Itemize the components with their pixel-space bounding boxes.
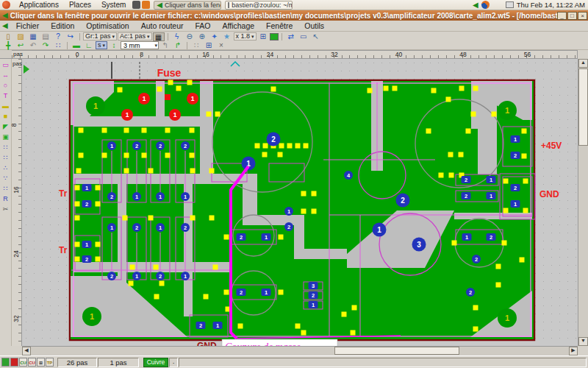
new-file-icon[interactable]: ▯ — [2, 32, 14, 41]
panel-menu-system[interactable]: System — [96, 1, 131, 9]
swap-layers-icon[interactable]: ⇄ — [285, 32, 297, 41]
scroll-left-button[interactable]: ◀ — [22, 347, 31, 355]
new-window-icon[interactable]: ▭ — [298, 32, 309, 41]
zoom-out-icon[interactable]: ⊖ — [184, 32, 196, 41]
pads-layer-icon[interactable]: ⊞ — [37, 358, 45, 367]
target-icon[interactable]: ▣ — [1, 132, 11, 142]
track-width-icon[interactable]: ▬ — [71, 41, 82, 50]
width-combo[interactable]: 3 mm▾ — [121, 41, 159, 49]
pcb-pad — [224, 235, 229, 240]
menu-fenêtre[interactable]: Fenêtre — [260, 21, 298, 30]
grid-dots-icon[interactable]: ∷ — [190, 41, 202, 50]
help-icon[interactable]: ? — [52, 32, 64, 41]
launcher-screenshot-icon[interactable] — [132, 1, 140, 9]
pad-bar-icon[interactable]: ▬ — [1, 102, 11, 111]
close-button[interactable]: × — [578, 12, 587, 20]
zoom-fit-icon[interactable]: ★ — [221, 32, 233, 41]
draw-rect-icon[interactable]: ▭ — [1, 60, 11, 70]
layer-top-icon[interactable] — [1, 358, 10, 367]
scroll-down-button[interactable]: ▼ — [578, 337, 588, 346]
grid-step-dropdown-label: Gr:1 pas — [85, 33, 111, 40]
open-folder-icon[interactable]: ▨ — [15, 32, 26, 41]
draw-text-icon[interactable]: T — [1, 91, 11, 101]
track-corner-icon[interactable]: ∟ — [83, 41, 95, 50]
panel-menu-places[interactable]: Places — [64, 1, 96, 9]
taskbar-window-terminal[interactable]: bastien@zoulou: ~/m... — [225, 1, 293, 10]
copper-red-icon[interactable]: CU — [28, 358, 36, 367]
track-spacing-icon[interactable]: ↕ — [108, 41, 120, 50]
layer-bottom-icon[interactable] — [10, 358, 18, 367]
grid-step-dropdown[interactable]: Gr:1 pas▾ — [83, 32, 117, 40]
v-scroll-thumb[interactable] — [578, 68, 588, 146]
pcb-pad — [392, 86, 398, 91]
rotate-left-icon[interactable]: ↶ — [27, 41, 39, 50]
move-icon[interactable]: ╋ — [2, 41, 14, 50]
panel-clock[interactable]: Thu Feb 14, 11:22 AM — [517, 1, 585, 9]
active-layer-badge[interactable]: Cuivre — [143, 358, 168, 367]
corner-up-icon[interactable]: ↰ — [159, 41, 171, 50]
menu-optimisation[interactable]: Optimisation — [80, 21, 135, 30]
menu-outils[interactable]: Outils — [298, 21, 330, 30]
grid-toggle-icon[interactable]: ▦ — [153, 32, 165, 41]
ratsnest-icon[interactable]: ∷ — [52, 41, 64, 50]
undo-icon[interactable]: ↩ — [15, 41, 26, 50]
menu-auto-routeur[interactable]: Auto routeur — [135, 21, 190, 30]
print-icon[interactable]: ▤ — [40, 32, 51, 41]
zoom-level-dropdown[interactable]: x 1.8▾ — [234, 32, 257, 40]
layer-color-swatch[interactable] — [270, 33, 279, 40]
pcb-pad — [342, 312, 347, 317]
pcb-pad — [79, 128, 84, 133]
silk-layer-icon[interactable]: TP — [46, 358, 54, 367]
cut-icon[interactable]: ✂ — [1, 205, 11, 214]
exit-icon[interactable]: ↪ — [65, 32, 76, 41]
dots-pin-icon[interactable]: ∵ — [1, 174, 11, 183]
select-cursor-icon[interactable]: ↖ — [310, 32, 322, 41]
delete-icon[interactable]: × — [215, 41, 227, 50]
copper-green-icon[interactable]: CU — [19, 358, 27, 367]
save-icon[interactable]: ▦ — [27, 32, 39, 41]
rename-ref-icon[interactable]: R — [1, 194, 11, 204]
maximize-button[interactable]: □ — [567, 12, 577, 20]
h-scroll-thumb[interactable] — [334, 347, 459, 355]
pcb-canvas[interactable]: 1111212131222211112122121124221212122121… — [22, 59, 578, 346]
draw-track-icon[interactable]: ↔ — [1, 71, 11, 80]
grid-dots-a-icon[interactable]: ∷ — [1, 143, 11, 152]
vertical-scrollbar[interactable]: ▲ ▼ — [578, 59, 588, 346]
corner-down-icon[interactable]: ↱ — [172, 41, 184, 50]
dots-corner-icon[interactable]: ∴ — [1, 163, 11, 173]
grid-dots-b-icon[interactable]: ∷ — [1, 153, 11, 163]
menu-fichier[interactable]: Fichier — [10, 21, 46, 30]
system-tray: ◀ Thu Feb 14, 11:22 AM — [473, 1, 588, 10]
display-icon[interactable] — [506, 1, 514, 8]
pad-rect-icon[interactable]: ■ — [1, 112, 11, 121]
pan-icon[interactable]: ✦ — [209, 32, 220, 41]
taskbar-window-pcb[interactable]: ◀ Cliquer dans la fenêt... — [154, 1, 221, 10]
menu-affichage[interactable]: Affichage — [217, 21, 261, 30]
horizontal-scrollbar[interactable]: ◀ ▶ — [22, 346, 578, 355]
ubuntu-logo-icon[interactable] — [2, 1, 10, 9]
firefox-icon[interactable] — [481, 1, 490, 9]
menu-edition[interactable]: Edition — [45, 21, 80, 30]
pcb-pad — [224, 290, 229, 295]
pcb-pin-number: 1 — [377, 226, 381, 234]
window-titlebar[interactable]: ◀ Cliquer dans la fenêtre pour ouvrir le… — [0, 10, 588, 21]
pcb-pad — [159, 281, 165, 286]
scroll-right-button[interactable]: ▶ — [569, 347, 578, 355]
minimize-button[interactable]: _ — [557, 12, 567, 20]
window-add-icon[interactable]: ⊞ — [203, 41, 215, 50]
pcb-pin-number: 1 — [184, 273, 187, 280]
zoom-in-icon[interactable]: ⊕ — [196, 32, 208, 41]
scroll-up-button[interactable]: ▲ — [578, 59, 588, 68]
panel-menu-applications[interactable]: Applications — [14, 1, 64, 9]
menu-fao[interactable]: FAO — [189, 21, 216, 30]
rotate-right-icon[interactable]: ↷ — [40, 41, 51, 50]
draw-circle-icon[interactable]: ○ — [1, 81, 11, 91]
cursor-step-dropdown[interactable]: Ac:1 pas▾ — [118, 32, 152, 40]
autoroute-lightning-icon[interactable]: ϟ — [171, 32, 183, 41]
tray-app-icon[interactable]: ◀ — [473, 1, 478, 10]
launcher-package-icon[interactable] — [142, 1, 150, 9]
track-size-dropdown[interactable]: s▾ — [96, 41, 107, 49]
dual-screen-icon[interactable]: ⊞ — [257, 32, 269, 41]
zone-fill-icon[interactable]: ◤ — [1, 122, 11, 132]
dots-grid-icon[interactable]: ∷ — [1, 184, 11, 194]
